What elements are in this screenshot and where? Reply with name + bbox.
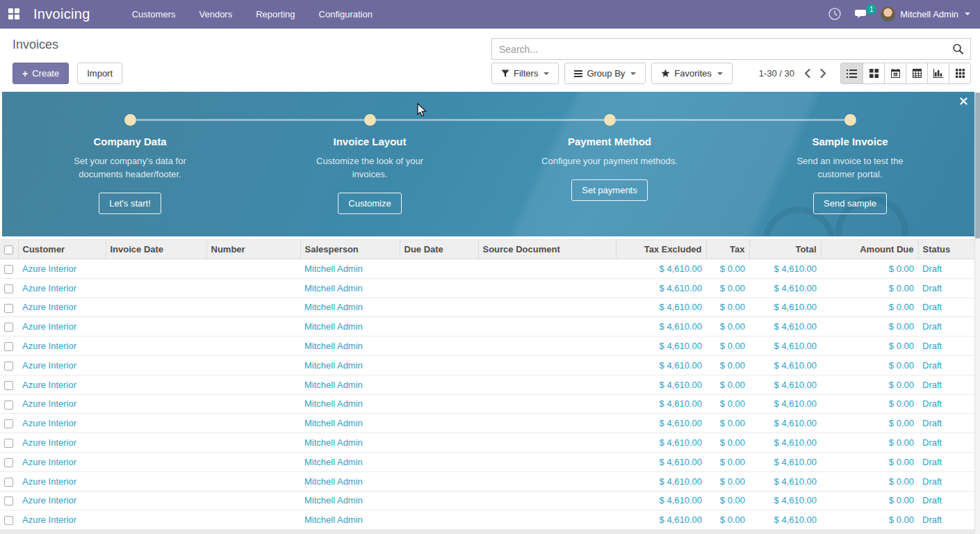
step-action-button[interactable]: Let's start!: [99, 193, 161, 214]
cell-due-date[interactable]: [400, 471, 478, 491]
column-header-source-document[interactable]: Source Document: [478, 240, 616, 259]
cell-due-date[interactable]: [400, 337, 478, 356]
cell-tax[interactable]: $ 0.00: [706, 433, 749, 453]
cell-amount-due[interactable]: $ 0.00: [821, 337, 918, 356]
cell-customer[interactable]: Azure Interior: [18, 337, 106, 356]
cell-total[interactable]: $ 4,610.00: [749, 452, 821, 471]
cell-source-document[interactable]: [478, 433, 616, 453]
step-action-button[interactable]: Set payments: [571, 179, 648, 201]
cell-total[interactable]: $ 4,610.00: [749, 298, 821, 317]
cell-tax-excluded[interactable]: $ 4,610.00: [616, 259, 706, 279]
cell-salesperson[interactable]: Mitchell Admin: [300, 414, 400, 433]
row-checkbox[interactable]: [4, 439, 13, 448]
column-header-tax-excluded[interactable]: Tax Excluded: [616, 240, 706, 259]
cell-invoice-date[interactable]: [106, 414, 206, 433]
cell-status[interactable]: Draft: [918, 337, 974, 356]
cell-salesperson[interactable]: Mitchell Admin: [300, 259, 400, 279]
table-row[interactable]: Azure InteriorMitchell Admin$ 4,610.00$ …: [0, 491, 974, 510]
cell-number[interactable]: [206, 433, 300, 453]
cell-tax[interactable]: $ 0.00: [706, 259, 749, 279]
cell-total[interactable]: $ 4,610.00: [749, 278, 821, 298]
cell-total[interactable]: $ 4,610.00: [749, 259, 821, 279]
table-row[interactable]: Azure InteriorMitchell Admin$ 4,610.00$ …: [0, 337, 974, 356]
cell-invoice-date[interactable]: [106, 433, 206, 453]
column-header-number[interactable]: Number: [206, 240, 300, 259]
cell-invoice-date[interactable]: [106, 375, 206, 394]
cell-status[interactable]: Draft: [918, 298, 974, 317]
cell-salesperson[interactable]: Mitchell Admin: [300, 355, 400, 375]
cell-due-date[interactable]: [400, 355, 478, 375]
cell-number[interactable]: [206, 298, 300, 317]
cell-tax[interactable]: $ 0.00: [706, 414, 749, 433]
row-checkbox[interactable]: [4, 478, 13, 487]
group-by-button[interactable]: Group By: [564, 63, 646, 84]
cell-source-document[interactable]: [478, 337, 616, 356]
vertical-scrollbar[interactable]: [974, 92, 980, 534]
cell-number[interactable]: [206, 491, 300, 510]
column-header-total[interactable]: Total: [749, 240, 821, 259]
cell-due-date[interactable]: [400, 259, 478, 279]
cell-amount-due[interactable]: $ 0.00: [821, 317, 918, 337]
cell-status[interactable]: Draft: [918, 317, 974, 337]
cell-invoice-date[interactable]: [106, 510, 206, 530]
cell-salesperson[interactable]: Mitchell Admin: [300, 298, 400, 317]
pivot-view-button[interactable]: [906, 63, 927, 83]
cell-amount-due[interactable]: $ 0.00: [821, 414, 918, 433]
cell-tax-excluded[interactable]: $ 4,610.00: [616, 491, 706, 510]
cell-status[interactable]: Draft: [918, 471, 974, 491]
menu-vendors[interactable]: Vendors: [199, 9, 233, 19]
cell-tax[interactable]: $ 0.00: [706, 375, 749, 394]
cell-amount-due[interactable]: $ 0.00: [821, 394, 918, 414]
cell-tax-excluded[interactable]: $ 4,610.00: [616, 394, 706, 414]
cell-tax-excluded[interactable]: $ 4,610.00: [616, 433, 706, 453]
row-checkbox[interactable]: [4, 400, 13, 410]
cell-status[interactable]: Draft: [918, 278, 974, 298]
create-button[interactable]: + Create: [13, 63, 69, 84]
cell-total[interactable]: $ 4,610.00: [749, 375, 821, 394]
search-icon[interactable]: [946, 43, 970, 55]
pager-previous-icon[interactable]: [804, 69, 810, 78]
cell-amount-due[interactable]: $ 0.00: [821, 491, 918, 510]
cell-status[interactable]: Draft: [918, 491, 974, 510]
cell-due-date[interactable]: [400, 491, 478, 510]
cell-source-document[interactable]: [478, 375, 616, 394]
cell-source-document[interactable]: [478, 394, 616, 414]
cell-number[interactable]: [206, 355, 300, 375]
cell-status[interactable]: Draft: [918, 414, 974, 433]
cell-salesperson[interactable]: Mitchell Admin: [300, 278, 400, 298]
column-header-status[interactable]: Status: [918, 240, 974, 259]
cell-amount-due[interactable]: $ 0.00: [821, 278, 918, 298]
table-row[interactable]: Azure InteriorMitchell Admin$ 4,610.00$ …: [0, 452, 974, 471]
cell-customer[interactable]: Azure Interior: [18, 471, 106, 491]
table-row[interactable]: Azure InteriorMitchell Admin$ 4,610.00$ …: [0, 317, 974, 337]
cell-customer[interactable]: Azure Interior: [18, 375, 106, 394]
calendar-view-button[interactable]: [884, 63, 906, 83]
cell-source-document[interactable]: [478, 510, 616, 530]
step-action-button[interactable]: Customize: [338, 193, 401, 214]
cell-salesperson[interactable]: Mitchell Admin: [300, 317, 400, 337]
cell-due-date[interactable]: [400, 414, 478, 433]
cell-total[interactable]: $ 4,610.00: [749, 414, 821, 433]
cell-customer[interactable]: Azure Interior: [18, 452, 106, 471]
cell-total[interactable]: $ 4,610.00: [749, 355, 821, 375]
cell-tax-excluded[interactable]: $ 4,610.00: [616, 355, 706, 375]
cell-due-date[interactable]: [400, 317, 478, 337]
cell-customer[interactable]: Azure Interior: [18, 278, 106, 298]
row-checkbox[interactable]: [4, 419, 13, 428]
import-button[interactable]: Import: [77, 63, 122, 84]
cell-salesperson[interactable]: Mitchell Admin: [300, 471, 400, 491]
table-row[interactable]: Azure InteriorMitchell Admin$ 4,610.00$ …: [0, 355, 974, 375]
cell-tax-excluded[interactable]: $ 4,610.00: [616, 452, 706, 471]
column-header-invoice-date[interactable]: Invoice Date: [106, 240, 206, 259]
cell-tax-excluded[interactable]: $ 4,610.00: [616, 510, 706, 530]
row-checkbox[interactable]: [4, 304, 13, 313]
cell-total[interactable]: $ 4,610.00: [749, 433, 821, 453]
cell-salesperson[interactable]: Mitchell Admin: [300, 491, 400, 510]
cell-status[interactable]: Draft: [918, 452, 974, 471]
row-checkbox[interactable]: [4, 284, 13, 293]
row-checkbox[interactable]: [4, 516, 13, 525]
cell-status[interactable]: Draft: [918, 510, 974, 530]
cell-source-document[interactable]: [478, 278, 616, 298]
cell-tax-excluded[interactable]: $ 4,610.00: [616, 298, 706, 317]
list-view-button[interactable]: [841, 63, 863, 83]
